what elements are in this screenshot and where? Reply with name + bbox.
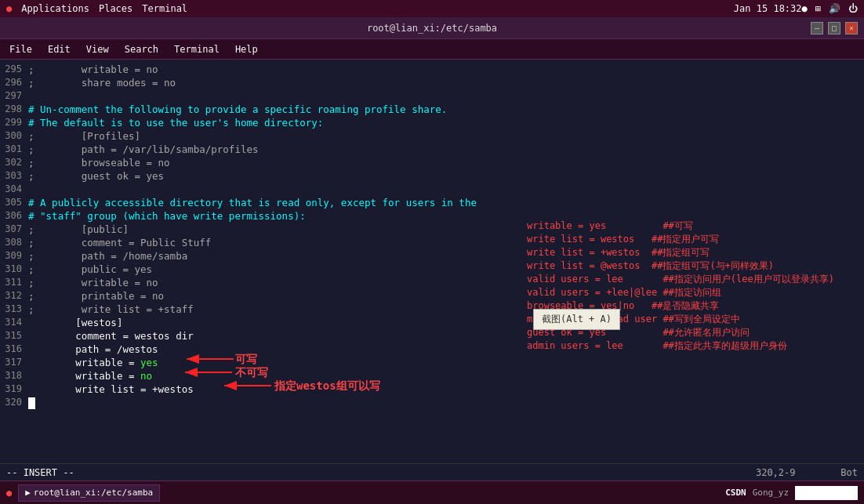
table-row: 305 # A publicly accessible directory th… — [0, 196, 864, 209]
maximize-button[interactable]: □ — [828, 22, 840, 34]
power-icon[interactable]: ⏻ — [848, 3, 858, 14]
table-row: 313 ; write list = +staff — [0, 303, 864, 316]
table-row: 302 ; browseable = no — [0, 156, 864, 169]
table-row: 303 ; guest ok = yes — [0, 169, 864, 183]
system-bar-left: ● Applications Places Terminal — [6, 3, 187, 14]
table-row: 301 ; path = /var/lib/samba/profiles — [0, 143, 864, 156]
system-bar-right: Jan 15 18:32● ⊞ 🔊 ⏻ — [734, 3, 858, 14]
places-menu[interactable]: Places — [99, 3, 133, 14]
table-row: 312 ; printable = no — [0, 289, 864, 303]
table-row: 316 path = /westos — [0, 343, 864, 356]
menu-edit[interactable]: Edit — [42, 42, 77, 56]
system-bar: ● Applications Places Terminal Jan 15 18… — [0, 0, 864, 17]
table-row: 317 writable = yes — [0, 356, 864, 369]
table-row: 304 — [0, 183, 864, 196]
taskbar-terminal-button[interactable]: ▶ root@lian_xi:/etc/samba — [18, 484, 160, 502]
taskbar-right: CSDN Gong_yz — [725, 486, 858, 500]
table-row: 298 # Un-comment the following to provid… — [0, 103, 864, 116]
taskbar-search[interactable] — [795, 486, 858, 500]
table-row: 310 ; public = yes — [0, 263, 864, 276]
table-row: 314 [westos] — [0, 316, 864, 329]
table-row: 309 ; path = /home/samba — [0, 249, 864, 263]
brand-label: CSDN — [725, 488, 746, 498]
close-button[interactable]: ✕ — [845, 22, 858, 34]
menu-search[interactable]: Search — [118, 42, 165, 56]
datetime: Jan 15 18:32● — [734, 3, 808, 14]
table-row: 311 ; writable = no — [0, 276, 864, 289]
taskbar-distro-icon: ● — [6, 488, 12, 499]
table-row: 300 ; [Profiles] — [0, 129, 864, 143]
table-row: 315 comment = westos dir — [0, 329, 864, 343]
menu-bar: File Edit View Search Terminal Help — [0, 39, 864, 60]
volume-icon[interactable]: 🔊 — [829, 3, 840, 14]
distro-icon: ● — [6, 3, 12, 14]
table-row: 308 ; comment = Public Stuff — [0, 236, 864, 249]
table-row: 297 — [0, 89, 864, 103]
user-label: Gong_yz — [753, 488, 789, 498]
menu-help[interactable]: Help — [229, 42, 264, 56]
grid-icon[interactable]: ⊞ — [815, 3, 821, 14]
table-row: 296 ; share modes = no — [0, 76, 864, 89]
menu-terminal[interactable]: Terminal — [168, 42, 226, 56]
table-row: 299 # The default is to use the user's h… — [0, 116, 864, 129]
table-row: 306 # "staff" group (which have write pe… — [0, 209, 864, 223]
menu-file[interactable]: File — [3, 42, 38, 56]
table-row: 307 ; [public] — [0, 223, 864, 236]
editor-mode: -- INSERT -- — [6, 467, 74, 478]
applications-menu[interactable]: Applications — [21, 3, 89, 14]
terminal-icon: ▶ — [25, 488, 31, 498]
title-bar: root@lian_xi:/etc/samba – □ ✕ — [0, 17, 864, 39]
terminal-window: root@lian_xi:/etc/samba – □ ✕ File Edit … — [0, 17, 864, 504]
minimize-button[interactable]: – — [811, 22, 823, 34]
taskbar: ● ▶ root@lian_xi:/etc/samba CSDN Gong_yz — [0, 480, 864, 504]
cursor-position: 320,2-9 Bot — [756, 467, 858, 478]
table-row: 319 write list = +westos — [0, 383, 864, 396]
table-row: 295 ; writable = no — [0, 63, 864, 76]
table-row: 318 writable = no — [0, 369, 864, 383]
window-title: root@lian_xi:/etc/samba — [53, 23, 811, 34]
menu-view[interactable]: View — [80, 42, 115, 56]
table-row: 320 — [0, 396, 864, 409]
window-controls: – □ ✕ — [811, 22, 858, 34]
code-area: 295 ; writable = no 296 ; share modes = … — [0, 60, 864, 463]
editor-area[interactable]: 295 ; writable = no 296 ; share modes = … — [0, 60, 864, 463]
terminal-menu[interactable]: Terminal — [142, 3, 187, 14]
status-bar: -- INSERT -- 320,2-9 Bot — [0, 463, 864, 480]
